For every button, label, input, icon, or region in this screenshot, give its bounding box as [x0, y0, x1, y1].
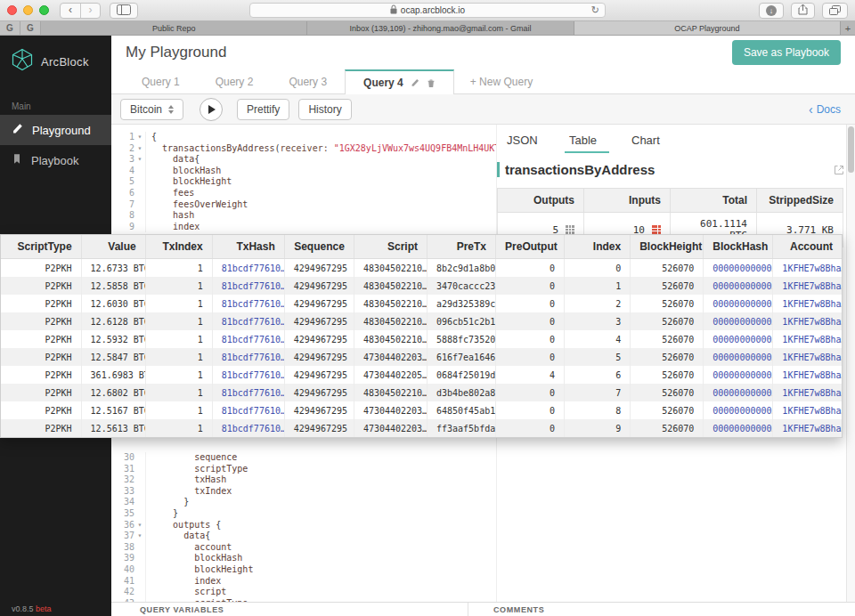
- account-link[interactable]: 1KFHE7w8Bha…: [782, 424, 842, 434]
- column-header-blockheight[interactable]: BlockHeight: [631, 235, 704, 259]
- minimize-window-button[interactable]: [23, 5, 33, 15]
- txhash-link[interactable]: 81bcdf77610…: [222, 388, 285, 398]
- blockhash-link[interactable]: 00000000000…: [712, 335, 773, 344]
- code-line[interactable]: 42 script: [111, 587, 496, 598]
- blockhash-link[interactable]: 00000000000…: [712, 353, 773, 362]
- txhash-link[interactable]: 81bcdf77610…: [222, 335, 285, 344]
- browser-tab[interactable]: OCAP Playground: [574, 21, 841, 35]
- close-window-button[interactable]: [7, 5, 17, 15]
- outputs-grid-icon[interactable]: [566, 225, 574, 234]
- column-header-blockhash[interactable]: BlockHash: [704, 235, 773, 259]
- rename-query-icon[interactable]: [411, 78, 419, 87]
- code-line[interactable]: 30 sequence: [111, 452, 496, 464]
- column-header-preoutput[interactable]: PreOutput: [496, 235, 565, 259]
- forward-button[interactable]: ›: [80, 4, 100, 18]
- txhash-link[interactable]: 81bcdf77610…: [222, 370, 285, 380]
- prettify-button[interactable]: Prettify: [237, 99, 289, 120]
- table-row[interactable]: P2PKH361.6983 BTC181bcdf77610…4294967295…: [1, 366, 842, 384]
- new-tab-button[interactable]: +: [841, 21, 855, 35]
- code-line[interactable]: 7 feesOverWeight: [111, 199, 496, 211]
- txhash-link[interactable]: 81bcdf77610…: [222, 406, 285, 416]
- blockhash-link[interactable]: 00000000000…: [712, 317, 773, 327]
- table-row[interactable]: P2PKH12.5932 BTC181bcdf77610…42949672954…: [1, 330, 842, 348]
- column-header-txhash[interactable]: TxHash: [212, 235, 284, 259]
- code-line[interactable]: 34 }: [111, 497, 496, 508]
- code-line[interactable]: 2▾ transactionsByAddress(receiver: "1GX2…: [111, 143, 496, 155]
- docs-link[interactable]: ‹ Docs: [809, 102, 846, 117]
- browser-tab[interactable]: Inbox (139,109) - zhihong.mao@gmail.com …: [307, 21, 574, 35]
- expand-icon[interactable]: [834, 165, 844, 175]
- scrollbar-thumb[interactable]: [848, 126, 854, 173]
- query-variables-label[interactable]: QUERY VARIABLES: [111, 605, 468, 614]
- txhash-link[interactable]: 81bcdf77610…: [222, 353, 285, 362]
- zoom-window-button[interactable]: [39, 5, 49, 15]
- blockhash-link[interactable]: 00000000000…: [712, 388, 773, 398]
- code-line[interactable]: 5 blockHeight: [111, 176, 496, 188]
- refresh-icon[interactable]: ↻: [591, 4, 599, 16]
- fold-arrow-icon[interactable]: ▾: [134, 132, 145, 143]
- fold-arrow-icon[interactable]: ▾: [134, 531, 145, 542]
- code-line[interactable]: 37▾ data{: [111, 531, 496, 542]
- query-tab[interactable]: Query 2: [198, 69, 272, 93]
- address-bar[interactable]: ocap.arcblock.io ↻: [249, 3, 606, 18]
- table-row[interactable]: P2PKH12.6128 BTC181bcdf77610…42949672954…: [1, 312, 842, 330]
- inputs-grid-icon[interactable]: [652, 225, 661, 234]
- code-line[interactable]: 32 txHash: [111, 474, 496, 486]
- fold-arrow-icon[interactable]: ▾: [134, 154, 145, 166]
- query-tab[interactable]: Query 1: [124, 69, 198, 93]
- code-line[interactable]: 3▾ data{: [111, 154, 496, 166]
- save-as-playbook-button[interactable]: Save as Playbook: [732, 40, 841, 65]
- blockhash-link[interactable]: 00000000000…: [712, 263, 773, 273]
- downloads-button[interactable]: ↓: [759, 3, 784, 19]
- blockhash-link[interactable]: 00000000000…: [712, 281, 773, 291]
- column-header-index[interactable]: Index: [565, 235, 631, 259]
- blockhash-link[interactable]: 00000000000…: [712, 299, 773, 309]
- sidebar-item-playground[interactable]: Playground: [0, 115, 111, 145]
- delete-query-icon[interactable]: [427, 78, 436, 88]
- account-link[interactable]: 1KFHE7w8Bha…: [782, 335, 842, 344]
- txhash-link[interactable]: 81bcdf77610…: [222, 317, 285, 327]
- txhash-link[interactable]: 81bcdf77610…: [222, 424, 285, 434]
- table-row[interactable]: P2PKH12.5167 BTC181bcdf77610…42949672954…: [1, 401, 842, 419]
- txhash-link[interactable]: 81bcdf77610…: [222, 299, 285, 309]
- code-line[interactable]: 36▾ outputs {: [111, 520, 496, 531]
- table-row[interactable]: P2PKH12.5613 BTC181bcdf77610…42949672954…: [1, 419, 842, 437]
- vertical-scrollbar[interactable]: [846, 125, 855, 602]
- fold-arrow-icon[interactable]: ▾: [134, 520, 145, 531]
- blockhash-link[interactable]: 00000000000…: [712, 370, 773, 380]
- sidebar-item-playbook[interactable]: Playbook: [0, 145, 111, 175]
- table-row[interactable]: P2PKH12.6733 BTC181bcdf77610…42949672954…: [1, 259, 842, 278]
- txhash-link[interactable]: 81bcdf77610…: [222, 281, 285, 291]
- column-header-pretx[interactable]: PreTx: [427, 235, 495, 259]
- account-link[interactable]: 1KFHE7w8Bha…: [782, 370, 842, 380]
- account-link[interactable]: 1KFHE7w8Bha…: [782, 263, 842, 273]
- code-line[interactable]: 1▾{: [111, 132, 496, 143]
- column-header-txindex[interactable]: TxIndex: [145, 235, 212, 259]
- run-query-button[interactable]: [200, 98, 223, 121]
- blockhash-link[interactable]: 00000000000…: [712, 406, 773, 416]
- account-link[interactable]: 1KFHE7w8Bha…: [782, 388, 842, 398]
- table-row[interactable]: P2PKH12.5858 BTC181bcdf77610…42949672954…: [1, 277, 842, 295]
- account-link[interactable]: 1KFHE7w8Bha…: [782, 299, 842, 309]
- fold-arrow-icon[interactable]: ▾: [134, 143, 145, 155]
- column-header-scripttype[interactable]: ScriptType: [1, 235, 81, 259]
- chain-select[interactable]: Bitcoin: [120, 99, 183, 120]
- code-line[interactable]: 33 txIndex: [111, 486, 496, 498]
- code-line[interactable]: 4 blockHash: [111, 166, 496, 177]
- query-tab[interactable]: Query 4: [345, 69, 454, 94]
- pinned-tab[interactable]: G: [20, 21, 41, 35]
- column-header-script[interactable]: Script: [354, 235, 427, 259]
- table-row[interactable]: P2PKH12.5847 BTC181bcdf77610…42949672954…: [1, 348, 842, 366]
- column-header-account[interactable]: Account: [773, 235, 842, 259]
- code-line[interactable]: 8 hash: [111, 210, 496, 222]
- code-line[interactable]: 40 blockHeight: [111, 564, 496, 576]
- new-query-button[interactable]: + New Query: [454, 69, 549, 93]
- results-tab-chart[interactable]: Chart: [622, 134, 684, 151]
- query-tab[interactable]: Query 3: [271, 69, 345, 93]
- results-tab-table[interactable]: Table: [559, 134, 622, 151]
- show-tabs-button[interactable]: [822, 3, 848, 19]
- account-link[interactable]: 1KFHE7w8Bha…: [782, 281, 842, 291]
- back-button[interactable]: ‹: [61, 4, 80, 18]
- code-line[interactable]: 38 account: [111, 542, 496, 554]
- account-link[interactable]: 1KFHE7w8Bha…: [782, 317, 842, 327]
